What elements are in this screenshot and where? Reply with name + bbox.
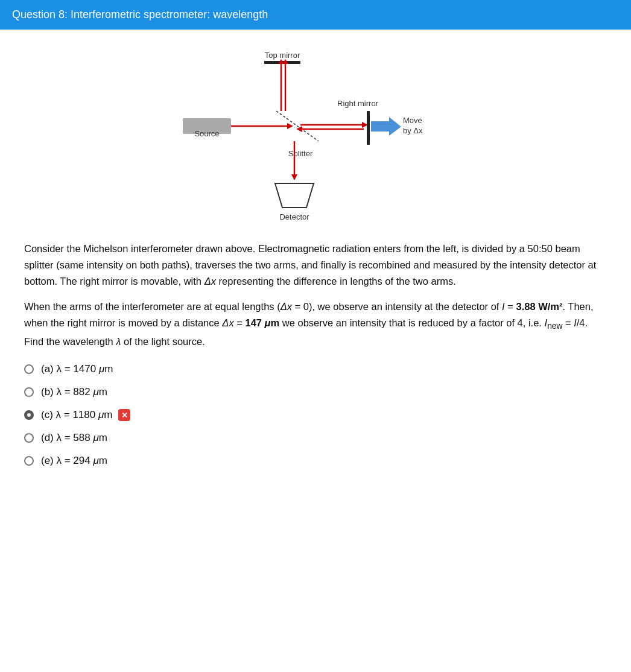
option-e-radio[interactable] xyxy=(24,456,34,466)
option-a-label: (a) λ = 1470 μm xyxy=(41,363,113,375)
svg-marker-9 xyxy=(287,123,293,129)
diagram-container: Top mirror Source xyxy=(165,42,466,235)
svg-text:by Δx: by Δx xyxy=(403,126,423,135)
option-d[interactable]: (d) λ = 588 μm xyxy=(24,432,607,444)
option-d-radio[interactable] xyxy=(24,433,34,443)
description: Consider the Michelson interferometer dr… xyxy=(24,241,607,350)
svg-rect-14 xyxy=(367,111,370,145)
svg-text:Move: Move xyxy=(403,116,422,125)
option-c-label: (c) λ = 1180 μm xyxy=(41,409,112,421)
description-p1: Consider the Michelson interferometer dr… xyxy=(24,241,607,290)
option-b-label: (b) λ = 882 μm xyxy=(41,386,107,398)
svg-marker-21 xyxy=(291,174,297,180)
top-mirror-label: Top mirror xyxy=(265,51,300,60)
option-e[interactable]: (e) λ = 294 μm xyxy=(24,455,607,467)
svg-text:Splitter: Splitter xyxy=(288,149,313,158)
option-d-label: (d) λ = 588 μm xyxy=(41,432,107,444)
svg-text:Right mirror: Right mirror xyxy=(337,99,379,108)
svg-text:Source: Source xyxy=(194,129,219,138)
header: Question 8: Interferometric spectrometer… xyxy=(0,0,631,30)
option-b-radio[interactable] xyxy=(24,387,34,397)
description-p2: When the arms of the interferometer are … xyxy=(24,299,607,350)
svg-text:Detector: Detector xyxy=(279,212,309,221)
option-a[interactable]: (a) λ = 1470 μm xyxy=(24,363,607,375)
wrong-badge: ✕ xyxy=(118,409,130,421)
option-e-label: (e) λ = 294 μm xyxy=(41,455,107,467)
option-b[interactable]: (b) λ = 882 μm xyxy=(24,386,607,398)
header-title: Question 8: Interferometric spectrometer… xyxy=(12,8,268,21)
svg-marker-15 xyxy=(371,117,401,136)
option-c[interactable]: (c) λ = 1180 μm ✕ xyxy=(24,409,607,421)
svg-marker-22 xyxy=(275,183,314,208)
svg-marker-13 xyxy=(296,126,302,132)
option-c-radio[interactable] xyxy=(24,410,34,420)
option-a-radio[interactable] xyxy=(24,364,34,374)
options-list: (a) λ = 1470 μm (b) λ = 882 μm (c) λ = 1… xyxy=(24,363,607,467)
